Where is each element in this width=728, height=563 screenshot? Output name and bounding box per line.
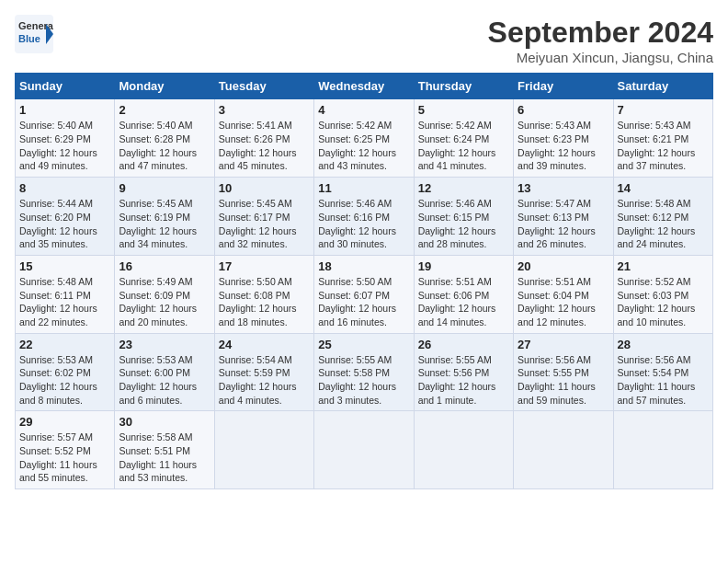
day-info: Sunrise: 5:50 AM Sunset: 6:08 PM Dayligh…	[219, 275, 310, 329]
calendar-day-cell: 18Sunrise: 5:50 AM Sunset: 6:07 PM Dayli…	[314, 255, 414, 333]
day-number: 26	[418, 338, 509, 351]
day-info: Sunrise: 5:47 AM Sunset: 6:13 PM Dayligh…	[518, 197, 609, 251]
day-info: Sunrise: 5:43 AM Sunset: 6:23 PM Dayligh…	[518, 119, 609, 173]
calendar-day-cell	[314, 411, 414, 489]
day-info: Sunrise: 5:46 AM Sunset: 6:15 PM Dayligh…	[418, 197, 509, 251]
day-info: Sunrise: 5:51 AM Sunset: 6:06 PM Dayligh…	[418, 275, 509, 329]
day-number: 18	[318, 259, 409, 273]
calendar-day-cell: 16Sunrise: 5:49 AM Sunset: 6:09 PM Dayli…	[115, 255, 214, 333]
calendar-week-row: 8Sunrise: 5:44 AM Sunset: 6:20 PM Daylig…	[16, 178, 713, 256]
title-block: September 2024 Meiyuan Xincun, Jiangsu, …	[488, 15, 713, 65]
calendar-day-cell: 5Sunrise: 5:42 AM Sunset: 6:24 PM Daylig…	[414, 99, 513, 178]
calendar-day-cell: 9Sunrise: 5:45 AM Sunset: 6:19 PM Daylig…	[115, 178, 214, 256]
calendar-day-cell: 20Sunrise: 5:51 AM Sunset: 6:04 PM Dayli…	[514, 255, 613, 333]
day-info: Sunrise: 5:53 AM Sunset: 6:00 PM Dayligh…	[119, 353, 210, 408]
calendar-header-cell: Sunday	[16, 74, 115, 99]
calendar-day-cell: 13Sunrise: 5:47 AM Sunset: 6:13 PM Dayli…	[514, 178, 613, 256]
day-number: 20	[518, 259, 609, 273]
calendar-header-cell: Monday	[115, 74, 214, 99]
day-number: 30	[119, 415, 210, 429]
day-info: Sunrise: 5:48 AM Sunset: 6:11 PM Dayligh…	[19, 275, 110, 329]
day-number: 16	[119, 259, 210, 273]
day-info: Sunrise: 5:56 AM Sunset: 5:54 PM Dayligh…	[618, 353, 709, 408]
day-info: Sunrise: 5:45 AM Sunset: 6:17 PM Dayligh…	[219, 197, 310, 251]
day-info: Sunrise: 5:55 AM Sunset: 5:56 PM Dayligh…	[418, 353, 509, 408]
day-info: Sunrise: 5:54 AM Sunset: 5:59 PM Dayligh…	[219, 353, 310, 408]
calendar-day-cell: 14Sunrise: 5:48 AM Sunset: 6:12 PM Dayli…	[613, 178, 712, 256]
calendar-week-row: 22Sunrise: 5:53 AM Sunset: 6:02 PM Dayli…	[16, 333, 713, 411]
calendar-day-cell: 6Sunrise: 5:43 AM Sunset: 6:23 PM Daylig…	[514, 99, 613, 178]
day-number: 6	[518, 103, 609, 117]
day-number: 8	[19, 181, 110, 195]
day-number: 5	[418, 103, 509, 117]
day-number: 25	[318, 338, 409, 351]
calendar-day-cell	[613, 411, 712, 489]
day-number: 12	[418, 181, 509, 195]
calendar-day-cell: 4Sunrise: 5:42 AM Sunset: 6:25 PM Daylig…	[314, 99, 414, 178]
day-info: Sunrise: 5:48 AM Sunset: 6:12 PM Dayligh…	[618, 197, 709, 251]
day-number: 24	[219, 338, 310, 351]
calendar-day-cell: 30Sunrise: 5:58 AM Sunset: 5:51 PM Dayli…	[115, 411, 214, 489]
calendar-table: SundayMondayTuesdayWednesdayThursdayFrid…	[15, 73, 713, 489]
day-number: 19	[418, 259, 509, 273]
day-number: 2	[119, 103, 210, 117]
day-number: 10	[219, 181, 310, 195]
day-number: 21	[618, 259, 709, 273]
day-number: 1	[19, 103, 110, 117]
calendar-day-cell: 29Sunrise: 5:57 AM Sunset: 5:52 PM Dayli…	[16, 411, 115, 489]
calendar-day-cell	[414, 411, 513, 489]
calendar-day-cell: 1Sunrise: 5:40 AM Sunset: 6:29 PM Daylig…	[16, 99, 115, 178]
day-info: Sunrise: 5:46 AM Sunset: 6:16 PM Dayligh…	[318, 197, 409, 251]
page-header: General Blue September 2024 Meiyuan Xinc…	[15, 15, 713, 65]
calendar-day-cell: 15Sunrise: 5:48 AM Sunset: 6:11 PM Dayli…	[16, 255, 115, 333]
day-info: Sunrise: 5:42 AM Sunset: 6:24 PM Dayligh…	[418, 119, 509, 173]
calendar-day-cell: 11Sunrise: 5:46 AM Sunset: 6:16 PM Dayli…	[314, 178, 414, 256]
calendar-header-cell: Wednesday	[314, 74, 414, 99]
page-title: September 2024	[488, 15, 713, 50]
calendar-day-cell: 3Sunrise: 5:41 AM Sunset: 6:26 PM Daylig…	[214, 99, 313, 178]
day-info: Sunrise: 5:52 AM Sunset: 6:03 PM Dayligh…	[618, 275, 709, 329]
day-number: 17	[219, 259, 310, 273]
day-info: Sunrise: 5:42 AM Sunset: 6:25 PM Dayligh…	[318, 119, 409, 173]
calendar-header-cell: Tuesday	[214, 74, 313, 99]
day-info: Sunrise: 5:55 AM Sunset: 5:58 PM Dayligh…	[318, 353, 409, 408]
day-number: 9	[119, 181, 210, 195]
day-info: Sunrise: 5:41 AM Sunset: 6:26 PM Dayligh…	[219, 119, 310, 173]
calendar-week-row: 15Sunrise: 5:48 AM Sunset: 6:11 PM Dayli…	[16, 255, 713, 333]
calendar-body: 1Sunrise: 5:40 AM Sunset: 6:29 PM Daylig…	[16, 99, 713, 489]
calendar-day-cell: 27Sunrise: 5:56 AM Sunset: 5:55 PM Dayli…	[514, 333, 613, 411]
logo: General Blue	[15, 15, 53, 53]
day-info: Sunrise: 5:50 AM Sunset: 6:07 PM Dayligh…	[318, 275, 409, 329]
calendar-day-cell: 26Sunrise: 5:55 AM Sunset: 5:56 PM Dayli…	[414, 333, 513, 411]
calendar-day-cell	[514, 411, 613, 489]
day-info: Sunrise: 5:51 AM Sunset: 6:04 PM Dayligh…	[518, 275, 609, 329]
day-number: 22	[19, 338, 110, 351]
logo-icon: General Blue	[15, 15, 53, 53]
calendar-day-cell: 17Sunrise: 5:50 AM Sunset: 6:08 PM Dayli…	[214, 255, 313, 333]
day-number: 27	[518, 338, 609, 351]
calendar-day-cell	[214, 411, 313, 489]
day-number: 3	[219, 103, 310, 117]
day-number: 23	[119, 338, 210, 351]
day-number: 28	[618, 338, 709, 351]
calendar-day-cell: 2Sunrise: 5:40 AM Sunset: 6:28 PM Daylig…	[115, 99, 214, 178]
day-info: Sunrise: 5:56 AM Sunset: 5:55 PM Dayligh…	[518, 353, 609, 408]
calendar-day-cell: 23Sunrise: 5:53 AM Sunset: 6:00 PM Dayli…	[115, 333, 214, 411]
page-subtitle: Meiyuan Xincun, Jiangsu, China	[488, 50, 713, 65]
calendar-day-cell: 10Sunrise: 5:45 AM Sunset: 6:17 PM Dayli…	[214, 178, 313, 256]
day-number: 14	[618, 181, 709, 195]
calendar-day-cell: 7Sunrise: 5:43 AM Sunset: 6:21 PM Daylig…	[613, 99, 712, 178]
day-info: Sunrise: 5:40 AM Sunset: 6:28 PM Dayligh…	[119, 119, 210, 173]
day-info: Sunrise: 5:44 AM Sunset: 6:20 PM Dayligh…	[19, 197, 110, 251]
calendar-day-cell: 25Sunrise: 5:55 AM Sunset: 5:58 PM Dayli…	[314, 333, 414, 411]
calendar-day-cell: 24Sunrise: 5:54 AM Sunset: 5:59 PM Dayli…	[214, 333, 313, 411]
day-number: 7	[618, 103, 709, 117]
calendar-week-row: 1Sunrise: 5:40 AM Sunset: 6:29 PM Daylig…	[16, 99, 713, 178]
day-info: Sunrise: 5:57 AM Sunset: 5:52 PM Dayligh…	[19, 431, 110, 485]
day-number: 13	[518, 181, 609, 195]
day-info: Sunrise: 5:58 AM Sunset: 5:51 PM Dayligh…	[119, 431, 210, 485]
calendar-day-cell: 22Sunrise: 5:53 AM Sunset: 6:02 PM Dayli…	[16, 333, 115, 411]
day-info: Sunrise: 5:45 AM Sunset: 6:19 PM Dayligh…	[119, 197, 210, 251]
calendar-header-cell: Thursday	[414, 74, 513, 99]
day-number: 11	[318, 181, 409, 195]
